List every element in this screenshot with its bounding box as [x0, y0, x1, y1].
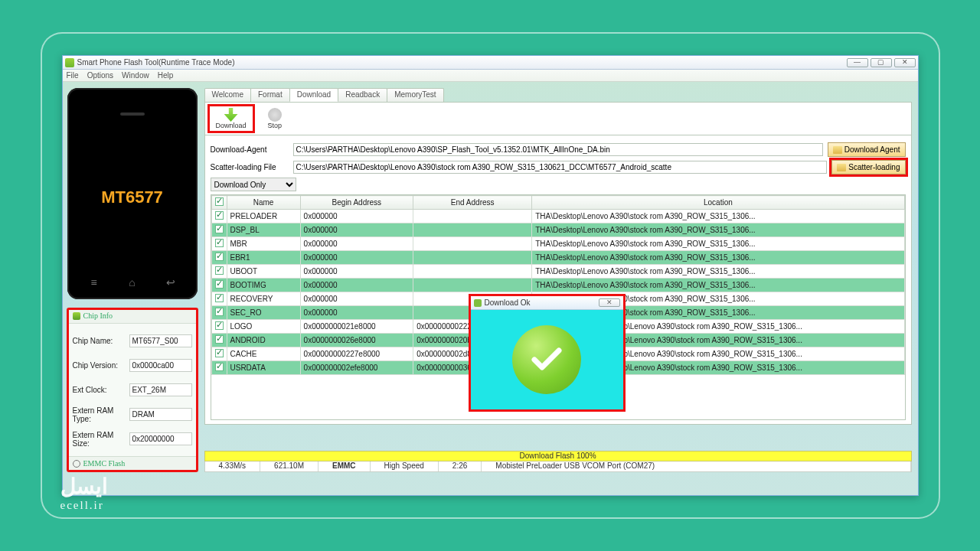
- cell-begin: 0x000000: [300, 210, 413, 223]
- status-port: Mobistel PreLoader USB VCOM Port (COM27): [482, 461, 910, 471]
- row-checkbox[interactable]: [215, 266, 224, 275]
- tab-readback[interactable]: Readback: [338, 88, 387, 102]
- menu-help[interactable]: Help: [158, 70, 174, 81]
- row-checkbox[interactable]: [215, 294, 224, 302]
- table-row[interactable]: PRELOADER0x000000THA\Desktop\Lenovo A390…: [211, 210, 904, 223]
- cell-begin: 0x000000: [300, 265, 413, 279]
- cell-name: EBR1: [227, 251, 300, 265]
- status-mode: High Speed: [371, 461, 439, 471]
- tab-format[interactable]: Format: [250, 88, 290, 102]
- row-checkbox[interactable]: [215, 321, 224, 330]
- phone-speaker-icon: [120, 112, 145, 116]
- chip-info-panel: Chip Info Chip Name:MT6577_S00 Chip Vers…: [67, 308, 198, 471]
- cell-begin: 0x000000: [300, 223, 413, 237]
- tab-memorytest[interactable]: MemoryTest: [387, 88, 443, 102]
- row-checkbox[interactable]: [215, 225, 224, 233]
- status-speed: 4.33M/s: [205, 461, 261, 471]
- row-checkbox[interactable]: [215, 349, 224, 357]
- page-watermark: ایسل ecell.ir: [60, 476, 108, 511]
- cell-begin: 0x000000: [300, 251, 413, 265]
- cell-location: THA\Desktop\Lenovo A390\stock rom A390_R…: [532, 251, 904, 265]
- stop-button[interactable]: Stop: [265, 106, 286, 131]
- cell-begin: 0x0000000021e8000: [300, 320, 413, 334]
- app-window: Smart Phone Flash Tool(Runtime Trace Mod…: [62, 55, 919, 496]
- success-check-icon: [512, 325, 581, 394]
- cell-end: [413, 210, 532, 223]
- cell-end: [413, 279, 532, 292]
- table-row[interactable]: DSP_BL0x000000THA\Desktop\Lenovo A390\st…: [211, 223, 904, 237]
- cell-begin: 0x000000: [300, 237, 413, 251]
- cell-name: UBOOT: [227, 265, 300, 279]
- folder-icon: [837, 164, 846, 171]
- tab-welcome[interactable]: Welcome: [204, 88, 252, 102]
- dialog-close-button[interactable]: ✕: [599, 298, 620, 307]
- ram-size-value: 0x20000000: [129, 432, 192, 445]
- cell-begin: 0x000000002efe8000: [300, 361, 413, 375]
- dialog-icon: [474, 299, 482, 307]
- cell-location: THA\Desktop\Lenovo A390\stock rom A390_R…: [532, 279, 904, 292]
- cell-begin: 0x000000: [300, 279, 413, 292]
- minimize-button[interactable]: —: [847, 58, 868, 67]
- scatter-loading-button[interactable]: Scatter-loading: [831, 160, 905, 174]
- table-row[interactable]: BOOTIMG0x000000THA\Desktop\Lenovo A390\s…: [211, 279, 904, 292]
- table-row[interactable]: EBR10x000000THA\Desktop\Lenovo A390\stoc…: [211, 251, 904, 265]
- row-checkbox[interactable]: [215, 253, 224, 261]
- download-ok-dialog: Download Ok ✕: [469, 294, 626, 412]
- row-checkbox[interactable]: [215, 239, 224, 247]
- gear-icon: [73, 460, 80, 468]
- cell-name: USRDATA: [227, 361, 300, 375]
- da-input[interactable]: [293, 143, 823, 156]
- cell-name: LOGO: [227, 320, 300, 334]
- menu-file[interactable]: File: [67, 70, 79, 81]
- phone-preview: MT6577 ≡ ⌂ ↩: [67, 88, 198, 299]
- chip-name-value: MT6577_S00: [129, 334, 192, 347]
- maximize-button[interactable]: ▢: [871, 58, 892, 67]
- cell-name: RECOVERY: [227, 292, 300, 306]
- tab-download[interactable]: Download: [289, 88, 338, 102]
- status-time: 2:26: [439, 461, 482, 471]
- menu-options[interactable]: Options: [87, 70, 113, 81]
- row-checkbox[interactable]: [215, 335, 224, 344]
- dialog-title: Download Ok: [485, 298, 531, 307]
- table-row[interactable]: UBOOT0x000000THA\Desktop\Lenovo A390\sto…: [211, 265, 904, 279]
- window-title: Smart Phone Flash Tool(Runtime Trace Mod…: [77, 58, 235, 67]
- cell-name: BOOTIMG: [227, 279, 300, 292]
- mode-select[interactable]: Download Only: [211, 178, 296, 191]
- download-button[interactable]: Download: [210, 106, 253, 131]
- menubar: File Options Window Help: [63, 70, 918, 82]
- status-total: 621.10M: [260, 461, 318, 471]
- close-button[interactable]: ✕: [894, 58, 916, 67]
- cell-end: [413, 223, 532, 237]
- row-checkbox[interactable]: [215, 211, 224, 220]
- row-checkbox[interactable]: [215, 308, 224, 316]
- cell-end: [413, 237, 532, 251]
- cell-name: CACHE: [227, 347, 300, 361]
- scatter-input[interactable]: [293, 161, 828, 174]
- da-label: Download-Agent: [211, 145, 289, 154]
- progress-bar: Download Flash 100%: [204, 451, 912, 461]
- stop-icon: [268, 108, 282, 122]
- cell-location: THA\Desktop\Lenovo A390\stock rom A390_R…: [532, 265, 904, 279]
- folder-icon: [833, 146, 842, 154]
- phone-back-icon: ↩: [163, 276, 178, 287]
- cell-begin: 0x000000: [300, 292, 413, 306]
- chip-label: MT6577: [101, 189, 163, 206]
- cell-begin: 0x000000: [300, 306, 413, 320]
- ext-clock-value: EXT_26M: [129, 383, 192, 396]
- cell-end: [413, 251, 532, 265]
- toolbar: Download Stop: [204, 102, 912, 135]
- menu-window[interactable]: Window: [122, 70, 149, 81]
- cell-begin: 0x00000000227e8000: [300, 347, 413, 361]
- cell-name: SEC_RO: [227, 306, 300, 320]
- row-checkbox[interactable]: [215, 363, 224, 371]
- scatter-label: Scatter-loading File: [211, 163, 289, 171]
- app-icon: [65, 58, 74, 67]
- row-checkbox[interactable]: [215, 280, 224, 289]
- table-row[interactable]: MBR0x000000THA\Desktop\Lenovo A390\stock…: [211, 237, 904, 251]
- chip-version-value: 0x0000ca00: [129, 359, 192, 372]
- download-agent-button[interactable]: Download Agent: [828, 142, 906, 157]
- cell-name: MBR: [227, 237, 300, 251]
- ram-type-value: DRAM: [129, 408, 192, 421]
- download-icon: [224, 108, 238, 122]
- check-all[interactable]: [215, 197, 224, 206]
